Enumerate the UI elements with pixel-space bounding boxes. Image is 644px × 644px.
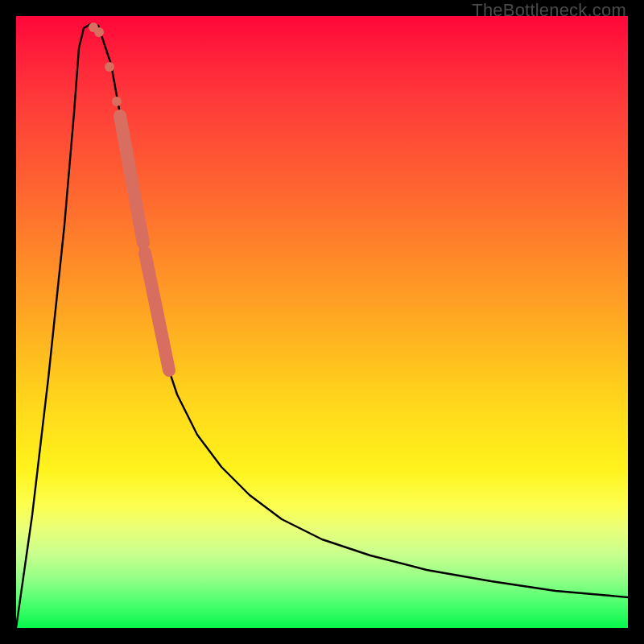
chart-frame: TheBottleneck.com: [0, 0, 644, 644]
dot-4: [112, 97, 122, 106]
dot-3: [105, 62, 114, 72]
plot-area: [16, 16, 628, 628]
bar-1: [120, 116, 143, 243]
bar-2: [145, 253, 169, 370]
bottleneck-curve: [16, 24, 628, 628]
dot-2: [94, 27, 104, 37]
watermark-text: TheBottleneck.com: [472, 0, 626, 21]
chart-overlay: [16, 16, 628, 628]
marker-layer: [89, 23, 169, 370]
